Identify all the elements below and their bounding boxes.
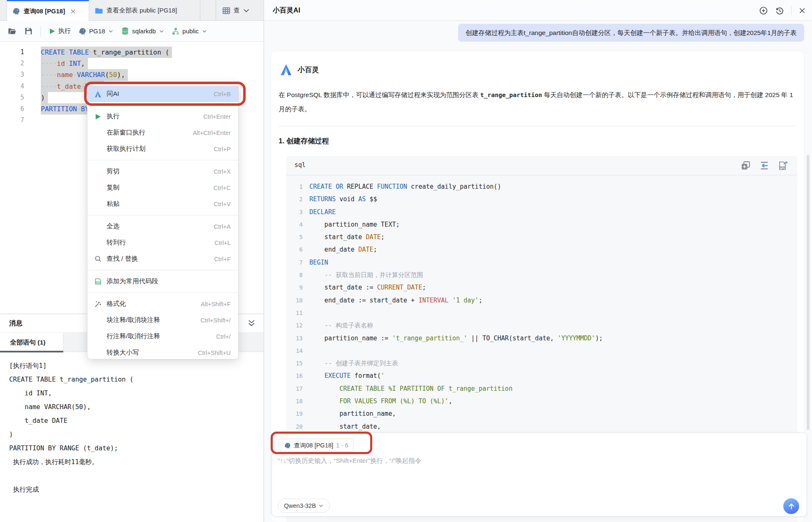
code-token [309,360,324,367]
ai-panel-header: 小百灵AI [264,0,812,21]
code-line: 9 start_date := CURRENT_DATE; [286,281,797,294]
annotation-reference-chip [271,432,372,454]
menu-item-block-comment[interactable]: 块注释/取消块注释Ctrl+Shift+/ [87,312,238,328]
menu-item-select-all[interactable]: 全选Ctrl+A [87,218,238,235]
line-number: 7 [0,115,24,126]
panel-divider[interactable] [264,0,264,522]
chevron-down-icon [159,29,164,34]
model-label: Qwen3-32B [284,502,316,509]
schema-select[interactable]: public [172,27,207,35]
code-line-number: 10 [286,294,303,307]
chat-scrollbar[interactable] [807,155,810,430]
tab-close-icon[interactable] [70,8,76,15]
menu-item-paste[interactable]: 粘贴Ctrl+V [87,196,238,212]
code-token: '1 day' [452,297,478,304]
open-file-icon[interactable] [7,27,17,36]
code-line-text: EXECUTE format(' [309,370,385,382]
code-line: 2RETURNS void AS $$ [286,193,797,205]
new-chat-icon[interactable] [759,6,768,15]
insert-code-icon[interactable] [759,160,770,171]
menu-item-toggle-case[interactable]: 转换大小写Ctrl+Shift+U [87,345,238,361]
code-token: ; [381,233,385,241]
code-line: 12 -- 构造子表名称 [286,319,797,332]
editor-line: 1CREATE·TABLE·t_range_partition·( [0,47,264,58]
snippet-icon: SQL [92,277,103,285]
model-select[interactable]: Qwen3-32B [278,499,330,513]
menu-item-add-snippet[interactable]: SQL添加为常用代码段 [87,273,238,290]
editor-line-code: ····name·VARCHAR(50), [41,69,128,80]
log-line: 执行成功，执行耗时11毫秒。 [9,455,255,469]
menu-item-goto-line[interactable]: 转到行Ctrl+L [87,235,238,251]
open-as-sql-icon[interactable]: SQL [778,160,788,171]
code-line: 15 -- 创建子表并绑定到主表 [286,357,797,370]
connection-select[interactable]: PG18 [78,27,113,35]
code-token: FOR VALUES FROM (%L) TO (%L)' [309,397,448,405]
selection-highlight: ····name·VARCHAR(50), [41,69,128,80]
code-token: format( [351,372,381,380]
code-token: ( [165,48,169,56]
save-icon[interactable] [24,27,33,35]
collapse-panel-icon[interactable] [247,319,256,328]
code-token: t_date [57,82,81,90]
menu-item-run[interactable]: 执行Ctrl+Enter [87,108,238,125]
messages-tab-label: 全部语句 (1) [10,338,45,347]
line-number: 1 [0,47,24,58]
close-panel-icon[interactable] [798,7,806,15]
code-line-number: 16 [286,370,303,382]
menu-item-label: 剪切 [107,167,120,176]
selection-highlight: ····id·INT, [41,58,88,69]
code-token: partition_name, [309,410,396,417]
chevron-down-icon [319,503,324,508]
line-number: 6 [0,103,24,115]
chevron-down-icon[interactable] [243,7,250,14]
menu-item-explain-plan[interactable]: 获取执行计划Ctrl+P [87,141,238,157]
tab-all-statements[interactable]: 全部语句 (1) [0,333,63,352]
code-line-number: 2 [286,193,303,205]
run-label: 执行 [58,27,71,35]
run-button[interactable]: 执行 [48,27,71,35]
send-button[interactable] [783,498,799,514]
menu-item-label: 行注释/取消行注释 [107,332,160,341]
reply-intro: 在 PostgreSQL 数据库中，可以通过编写存储过程来实现为范围分区表 t_… [279,88,797,116]
format-icon [92,300,103,308]
tab-label: 查看全部表 public [PG18] [107,7,177,15]
tab-query08[interactable]: 查询08 [PG18] [7,0,89,21]
code-token: 'YYYYMMDD' [558,335,595,342]
menu-item-line-comment[interactable]: 行注释/取消行注释Ctrl+/ [87,328,238,345]
table-icon [222,6,231,15]
copy-code-icon[interactable] [740,160,751,171]
line-number: 4 [0,81,24,92]
app: 查询08 [PG18] 查看全部表 public [PG18] 查 执行 [0,0,812,522]
reply-divider [279,126,796,126]
menu-item-shortcut: Ctrl+Enter [203,113,231,120]
code-token: 't_range_partition_' [392,335,468,342]
menu-item-run-new-window[interactable]: 在新窗口执行Alt+Ctrl+Enter [87,125,238,141]
editor-line-code: ) [41,92,48,103]
editor-line: 2····id·INT, [0,58,264,69]
menu-item-shortcut: Ctrl+A [214,223,231,230]
ai-panel-title: 小百灵AI [273,6,300,15]
code-token: start_date, [309,423,381,430]
menu-item-format[interactable]: 格式化Alt+Shift+F [87,296,238,312]
log-line: CREATE TABLE t_range_partition ( [9,373,255,387]
menu-item-copy[interactable]: 复制Ctrl+C [87,180,238,196]
schema-icon [172,27,180,35]
chevron-down-icon [108,29,113,34]
section-heading: 1. 创建存储过程 [279,136,329,146]
code-line: 8 -- 获取当前日期，并计算分区范围 [286,269,797,281]
history-icon[interactable] [775,6,785,15]
menu-item-shortcut: Ctrl+L [214,240,231,246]
tab-all-tables[interactable]: 查看全部表 public [PG18] [90,0,200,21]
menu-item-shortcut: Alt+Ctrl+Enter [193,130,231,136]
code-line: 7BEGIN [286,256,797,269]
code-token: -- 创建子表并绑定到主表 [324,360,398,367]
database-select[interactable]: sqlarkdb [121,27,164,35]
log-line: 执行完成 [9,483,255,497]
code-token: start_date := [309,284,377,291]
menu-item-cut[interactable]: 剪切Ctrl+X [87,163,238,180]
code-line-text: -- 获取当前日期，并计算分区范围 [309,269,423,281]
code-token: INTERVAL [418,297,448,304]
code-line-text: partition_name := 't_range_partition_' |… [309,332,603,345]
menu-item-find-replace[interactable]: 查找 / 替换Ctrl+F [87,251,238,267]
tab-overflow[interactable]: 查 [216,0,264,21]
